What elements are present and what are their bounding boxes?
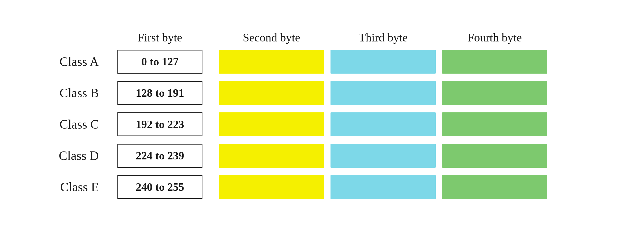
class-e-third-byte: [331, 175, 436, 199]
class-c-first-byte-cell: 192 to 223: [104, 112, 216, 136]
header-third-byte: Third byte: [327, 31, 439, 44]
class-d-second-byte: [219, 144, 324, 168]
class-b-fourth-byte: [442, 81, 547, 105]
class-c-first-byte-box: 192 to 223: [117, 112, 202, 136]
class-a-second-byte: [219, 50, 324, 74]
class-a-first-byte-box: 0 to 127: [117, 50, 202, 74]
header-row: First byte Second byte Third byte Fourth…: [46, 31, 598, 44]
class-e-label: Class E: [46, 180, 104, 194]
class-a-first-byte-cell: 0 to 127: [104, 50, 216, 74]
class-c-third-byte: [331, 112, 436, 136]
class-b-first-byte-cell: 128 to 191: [104, 81, 216, 105]
row-class-d: Class D 224 to 239: [46, 144, 598, 168]
class-d-label: Class D: [46, 148, 104, 163]
header-second-byte: Second byte: [216, 31, 327, 44]
row-class-e: Class E 240 to 255: [46, 175, 598, 199]
main-container: First byte Second byte Third byte Fourth…: [30, 20, 614, 217]
class-c-label: Class C: [46, 117, 104, 132]
row-class-b: Class B 128 to 191: [46, 81, 598, 105]
class-d-fourth-byte: [442, 144, 547, 168]
class-e-first-byte-box: 240 to 255: [117, 175, 202, 199]
class-e-fourth-byte: [442, 175, 547, 199]
class-d-first-byte-cell: 224 to 239: [104, 144, 216, 168]
class-c-second-byte: [219, 112, 324, 136]
class-a-fourth-byte: [442, 50, 547, 74]
class-c-fourth-byte: [442, 112, 547, 136]
class-a-label: Class A: [46, 54, 104, 69]
header-first-byte: First byte: [104, 31, 216, 44]
row-class-a: Class A 0 to 127: [46, 50, 598, 74]
class-b-label: Class B: [46, 86, 104, 100]
class-e-second-byte: [219, 175, 324, 199]
class-b-first-byte-box: 128 to 191: [117, 81, 202, 105]
class-a-third-byte: [331, 50, 436, 74]
row-class-c: Class C 192 to 223: [46, 112, 598, 136]
class-d-third-byte: [331, 144, 436, 168]
class-e-first-byte-cell: 240 to 255: [104, 175, 216, 199]
class-b-third-byte: [331, 81, 436, 105]
header-fourth-byte: Fourth byte: [439, 31, 550, 44]
class-b-second-byte: [219, 81, 324, 105]
class-d-first-byte-box: 224 to 239: [117, 144, 202, 168]
